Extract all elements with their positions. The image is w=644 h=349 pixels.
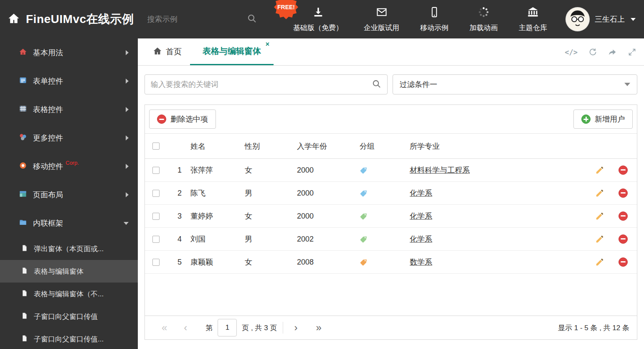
chevron-down-icon [124,222,129,225]
sidebar-item-mobile-controls[interactable]: 移动控件 Corp. [0,152,138,181]
code-icon[interactable]: </> [565,48,578,56]
tab-toolbar: </> [565,38,636,66]
delete-icon[interactable] [619,189,628,198]
sidebar-item-page-layout[interactable]: 页面布局 [0,181,138,209]
header-search-input[interactable] [147,15,244,24]
pagination-bar: « ‹ 第 页 , 共 3 页 › » 显示 1 - 5 条 , 共 12 条 [145,316,637,339]
edit-icon[interactable] [595,234,604,244]
select-all-checkbox[interactable] [152,143,160,150]
sidebar-item-basic-usage[interactable]: 基本用法 [0,38,138,67]
download-icon [312,6,324,20]
sidebar-item-grid-controls[interactable]: 表格控件 [0,95,138,124]
cell-year: 2000 [295,166,357,175]
page-label-before: 第 [205,323,213,333]
minus-circle-icon [157,115,166,124]
grid-toolbar: 删除选中项 新增用户 [145,105,637,134]
avatar [565,7,590,31]
next-page-icon[interactable]: › [294,323,297,333]
edit-icon[interactable] [595,189,604,198]
sidebar-subitem-label: 表格与编辑窗体 [34,267,84,276]
nav-item-mobile-demo[interactable]: 移动示例 [418,0,450,38]
cell-gender: 男 [243,188,295,198]
row-number: 3 [167,212,188,221]
sidebar-subitem-popup-window[interactable]: 弹出窗体（本页面或... [0,237,138,260]
cell-name: 张萍萍 [188,165,243,175]
table-icon [19,104,27,115]
sidebar-subitem-grid-edit-window-2[interactable]: 表格与编辑窗体（不... [0,283,138,305]
major-link[interactable]: 化学系 [410,212,432,220]
delete-icon[interactable] [619,257,628,267]
delete-selected-button[interactable]: 删除选中项 [149,110,216,129]
mobile-icon [428,6,440,20]
chevron-down-icon [631,18,636,21]
major-link[interactable]: 材料科学与工程系 [410,166,470,174]
sidebar-item-inline-frame[interactable]: 内联框架 [0,209,138,237]
tag-icon [360,212,368,220]
major-link[interactable]: 化学系 [410,235,432,243]
sidebar-subitem-grid-edit-window[interactable]: 表格与编辑窗体 [0,260,138,283]
delete-icon[interactable] [619,211,628,221]
filter-dropdown[interactable]: 过滤条件一 [393,74,637,94]
home-icon [153,46,162,58]
first-page-icon[interactable]: « [162,323,167,333]
last-page-icon[interactable]: » [316,323,321,333]
sidebar-subitem-label: 子窗口向父窗口传值... [34,334,104,344]
filter-dropdown-value: 过滤条件一 [400,79,437,89]
cell-name: 陈飞 [188,188,243,198]
row-checkbox[interactable] [152,236,160,243]
close-icon[interactable]: × [266,41,269,48]
tag-icon [360,258,368,266]
nav-item-loading-animation[interactable]: 加载动画 [468,0,499,38]
refresh-icon[interactable] [588,48,597,56]
nav-item-basic-free[interactable]: FREE! 基础版（免费） [292,0,345,38]
delete-button-label: 删除选中项 [170,114,208,124]
row-number: 4 [167,235,188,244]
search-icon[interactable] [247,13,257,25]
sidebar-item-more-controls[interactable]: 更多控件 [0,124,138,152]
major-link[interactable]: 化学系 [410,189,432,197]
nav-label: 企业版试用 [364,23,399,33]
page-number-input[interactable] [218,319,237,336]
sidebar-item-form-controls[interactable]: 表单控件 [0,67,138,95]
sidebar-subitem-label: 子窗口向父窗口传值 [34,312,98,321]
circles-icon [19,133,27,143]
nav-item-enterprise-trial[interactable]: 企业版试用 [362,0,401,38]
nav-label: 加载动画 [469,23,498,33]
major-link[interactable]: 数学系 [410,258,432,266]
tab-grid-edit-window[interactable]: 表格与编辑窗体 × [190,38,274,65]
row-checkbox[interactable] [152,259,160,266]
column-header-major: 所学专业 [408,141,590,151]
add-user-button[interactable]: 新增用户 [573,110,633,129]
edit-icon[interactable] [595,166,604,175]
cell-gender: 男 [243,234,295,244]
chevron-right-icon [126,50,129,55]
edit-icon[interactable] [595,257,604,267]
expand-icon[interactable] [628,48,636,56]
sidebar-subitem-child-to-parent[interactable]: 子窗口向父窗口传值 [0,305,138,328]
free-badge: FREE! [274,0,298,19]
file-icon [21,290,28,298]
header-search [147,13,237,25]
row-checkbox[interactable] [152,167,160,174]
nav-item-theme-repo[interactable]: 主题仓库 [517,0,549,38]
cell-year: 2000 [295,212,357,221]
app-logo[interactable]: FineUIMvc在线示例 [8,11,134,27]
tag-icon [360,189,368,197]
delete-icon[interactable] [619,234,628,244]
row-checkbox[interactable] [152,190,160,197]
share-icon[interactable] [608,48,617,56]
table-row: 4 刘国 男 2002 化学系 [145,228,637,251]
tab-home[interactable]: 首页 [145,38,190,65]
sidebar-subitem-child-to-parent-2[interactable]: 子窗口向父窗口传值... [0,328,138,349]
table-row: 3 董婷婷 女 2000 化学系 [145,205,637,228]
delete-icon[interactable] [619,166,628,175]
table-header-row: 姓名 性别 入学年份 分组 所学专业 [145,134,637,159]
edit-icon[interactable] [595,211,604,221]
row-checkbox[interactable] [152,213,160,220]
prev-page-icon[interactable]: ‹ [184,323,187,333]
main-content: 首页 表格与编辑窗体 × </> 过滤条件一 [138,38,644,349]
row-number: 1 [167,166,188,175]
user-menu[interactable]: 三生石上 [565,0,636,38]
search-icon[interactable] [372,79,381,90]
keyword-search-input[interactable] [151,80,372,89]
